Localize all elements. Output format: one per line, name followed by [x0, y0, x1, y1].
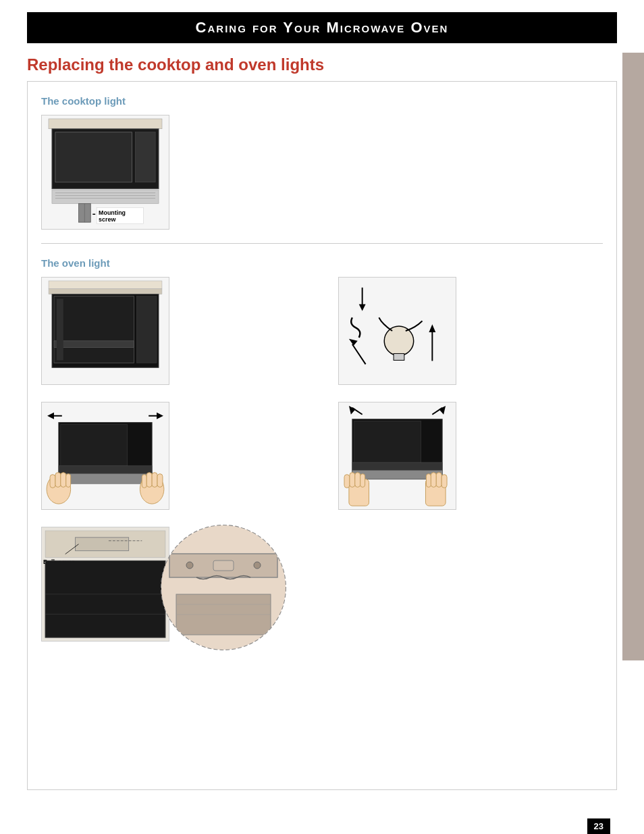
oven-row-1 [41, 277, 603, 385]
bulb-small-svg: Bulb cover [42, 527, 169, 641]
svg-rect-3 [135, 132, 155, 182]
svg-rect-49 [352, 463, 442, 471]
svg-rect-70 [45, 561, 165, 637]
header-title: Caring for Your Microwave Oven [196, 19, 449, 36]
hands-pull-left-image [41, 402, 169, 510]
svg-marker-54 [439, 406, 446, 415]
svg-rect-67 [76, 538, 129, 551]
svg-rect-31 [59, 466, 152, 474]
svg-rect-18 [54, 341, 134, 348]
oven-section: The oven light [41, 257, 603, 658]
svg-marker-26 [429, 324, 435, 332]
svg-marker-28 [349, 339, 358, 346]
svg-line-27 [352, 344, 366, 365]
svg-point-78 [186, 562, 193, 569]
svg-rect-43 [142, 475, 146, 488]
svg-rect-45 [152, 473, 157, 488]
svg-rect-41 [66, 474, 71, 488]
svg-rect-38 [50, 475, 55, 488]
cooktop-section: The cooktop light [41, 95, 603, 230]
page-container: Caring for Your Microwave Oven Replacing… [0, 12, 644, 834]
svg-rect-64 [441, 475, 447, 488]
svg-rect-19 [136, 296, 157, 363]
svg-rect-17 [54, 296, 134, 363]
hands-pull-right-svg [339, 402, 456, 509]
hands-pull-right-image [338, 402, 456, 510]
svg-marker-34 [47, 413, 54, 419]
svg-marker-36 [157, 413, 163, 419]
svg-rect-14 [49, 281, 162, 289]
oven-row-2 [41, 402, 603, 510]
cooktop-svg: Mounting screw [42, 115, 169, 229]
svg-rect-59 [360, 474, 365, 488]
svg-rect-44 [146, 473, 152, 488]
bulb-circle-svg [156, 520, 291, 655]
svg-rect-62 [431, 473, 436, 488]
svg-rect-63 [436, 473, 441, 488]
svg-rect-4 [52, 190, 159, 204]
header-bar: Caring for Your Microwave Oven [27, 12, 617, 43]
svg-marker-22 [359, 305, 366, 311]
svg-rect-40 [61, 473, 66, 488]
oven-header: The oven light [41, 257, 603, 269]
svg-rect-2 [55, 132, 132, 182]
svg-marker-52 [349, 406, 356, 415]
svg-text:screw: screw [99, 216, 115, 223]
content-box: The cooktop light [27, 81, 617, 790]
svg-rect-20 [57, 299, 63, 361]
svg-text:Mounting: Mounting [99, 209, 126, 216]
section-title: Replacing the cooktop and oven lights [27, 55, 617, 74]
svg-rect-15 [49, 289, 162, 294]
svg-rect-57 [350, 473, 355, 488]
svg-point-79 [254, 562, 261, 569]
right-tab [622, 53, 644, 660]
svg-rect-24 [394, 354, 404, 361]
svg-rect-80 [213, 561, 234, 571]
svg-rect-32 [59, 474, 152, 484]
bulb-section: Bulb cover [41, 527, 603, 658]
svg-rect-39 [55, 473, 61, 488]
bulb-connector-svg [339, 278, 456, 384]
hands-pull-left-svg [42, 402, 169, 509]
bulb-circle-container [156, 520, 291, 658]
svg-rect-0 [49, 119, 162, 129]
bulb-small-box: Bulb cover [41, 527, 169, 642]
svg-rect-61 [426, 474, 431, 488]
oven-front-svg [42, 278, 169, 384]
cooktop-header: The cooktop light [41, 95, 603, 107]
oven-front-image [41, 277, 169, 385]
svg-point-23 [384, 326, 413, 355]
svg-rect-58 [355, 473, 360, 488]
svg-rect-46 [157, 474, 163, 488]
cooktop-image: Mounting screw [41, 115, 169, 230]
bulb-connector-image [338, 277, 456, 385]
svg-rect-56 [344, 475, 350, 488]
section-divider [41, 243, 603, 244]
page-number: 23 [587, 818, 610, 834]
